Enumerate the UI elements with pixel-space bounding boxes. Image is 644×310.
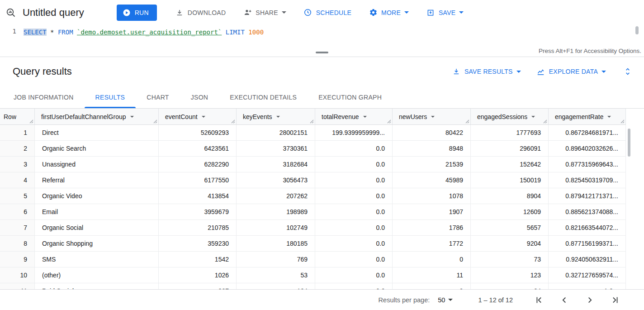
column-menu-caret-icon[interactable] (276, 116, 280, 118)
column-menu-caret-icon[interactable] (607, 116, 611, 118)
tab-chart[interactable]: CHART (136, 86, 180, 108)
table-cell: 45989 (393, 172, 471, 188)
tab-json[interactable]: JSON (180, 86, 219, 108)
table-cell: 199.9399959999... (315, 125, 393, 140)
table-cell: 52609293 (159, 125, 237, 140)
page-size-dropdown-icon (448, 299, 453, 301)
table-cell: 1026 (159, 267, 237, 283)
table-cell: 0.0 (315, 283, 393, 289)
table-cell: 296091 (471, 141, 549, 156)
tab-job-information[interactable]: JOB INFORMATION (3, 86, 85, 108)
table-row: 9SMS15427690.00730.924050632911... (0, 252, 626, 267)
column-menu-caret-icon[interactable] (531, 116, 535, 118)
table-cell: 0.877315969643... (549, 157, 626, 172)
column-header-keyEvents[interactable]: keyEvents (237, 109, 315, 124)
sql-token-keyword: FROM (58, 29, 73, 36)
first-page-icon[interactable] (534, 295, 545, 305)
row-number-cell: 2 (0, 141, 35, 156)
tab-execution-details[interactable]: EXECUTION DETAILS (219, 86, 308, 108)
column-menu-caret-icon[interactable] (431, 116, 435, 118)
table-row: 8Organic Shopping3592301801850.017729204… (0, 236, 626, 252)
column-resize-grip-icon[interactable] (231, 119, 235, 124)
table-cell: 9204 (471, 236, 549, 251)
table-row: 4Referral617755030564730.0459891500190.8… (0, 172, 626, 188)
table-cell: 207262 (237, 188, 315, 204)
column-menu-caret-icon[interactable] (130, 116, 134, 118)
table-cell: 0.821663544072... (549, 220, 626, 235)
column-header-eventCount[interactable]: eventCount (159, 109, 237, 124)
table-cell: 80422 (393, 125, 471, 140)
table-cell: 0.0 (315, 141, 393, 156)
column-label: totalRevenue (322, 113, 359, 120)
sql-code-line[interactable]: SELECT * FROM `demo.demoset.user_acquisi… (24, 25, 644, 48)
run-label: RUN (135, 9, 149, 16)
column-resize-grip-icon[interactable] (153, 119, 157, 124)
explore-data-chart-icon (536, 67, 545, 76)
column-header-totalRevenue[interactable]: totalRevenue (315, 109, 393, 124)
save-button[interactable]: SAVE (421, 5, 468, 21)
table-cell: 180185 (237, 236, 315, 251)
previous-page-icon[interactable] (559, 295, 570, 305)
table-cell: 0.327127659574... (549, 267, 626, 283)
next-page-icon[interactable] (584, 295, 595, 305)
table-cell: 73 (471, 252, 549, 267)
table-cell: 1786 (393, 220, 471, 235)
table-cell: Organic Social (35, 220, 159, 235)
column-header-engagementRate[interactable]: engagementRate (549, 109, 626, 124)
column-menu-caret-icon[interactable] (363, 116, 367, 118)
save-results-button[interactable]: SAVE RESULTS (452, 67, 521, 76)
table-cell: 8904 (471, 188, 549, 204)
table-cell: 5657 (471, 220, 549, 235)
column-resize-grip-icon[interactable] (310, 119, 314, 124)
row-number-cell: 4 (0, 172, 35, 188)
table-row: 5Organic Video4138542072620.0107889040.8… (0, 188, 626, 204)
schedule-button[interactable]: SCHEDULE (299, 5, 356, 21)
table-cell: 0.867284681971... (549, 125, 626, 140)
table-cell: SMS (35, 252, 159, 267)
column-resize-grip-icon[interactable] (387, 119, 391, 124)
table-cell: Organic Shopping (35, 236, 159, 251)
page-size-select[interactable]: 50 (438, 296, 453, 304)
table-row: 10(other)1026530.0111230.327127659574... (0, 267, 626, 283)
editor-scrollbar[interactable] (635, 26, 639, 34)
query-editor-toolbar: Untitled query RUN DOWNLOAD (0, 0, 644, 25)
column-header-Row[interactable]: Row (0, 109, 35, 124)
column-menu-caret-icon[interactable] (202, 116, 205, 118)
expand-results-icon[interactable] (621, 65, 634, 78)
results-scrollbar[interactable] (628, 129, 630, 157)
tab-execution-graph[interactable]: EXECUTION GRAPH (308, 86, 393, 108)
share-button[interactable]: SHARE (238, 5, 290, 21)
table-header-row: RowfirstUserDefaultChannelGroupeventCoun… (0, 109, 626, 125)
table-cell: 0 (393, 252, 471, 267)
last-page-icon[interactable] (610, 295, 620, 305)
table-cell: 769 (237, 252, 315, 267)
tab-results[interactable]: RESULTS (85, 86, 136, 108)
table-cell: 0.0 (315, 252, 393, 267)
panel-splitter: Press Alt+F1 for Accessibility Options. (0, 48, 644, 57)
table-cell: 28002151 (237, 125, 315, 140)
splitter-drag-handle[interactable] (316, 52, 328, 53)
column-header-firstUserDefaultChannelGroup[interactable]: firstUserDefaultChannelGroup (35, 109, 159, 124)
column-resize-grip-icon[interactable] (465, 119, 469, 124)
table-row: 7Organic Social2107851027490.0178656570.… (0, 220, 626, 236)
more-button[interactable]: MORE (364, 5, 413, 21)
table-cell: 0.0 (315, 220, 393, 235)
explore-data-button[interactable]: EXPLORE DATA (536, 67, 606, 76)
download-button[interactable]: DOWNLOAD (170, 5, 230, 21)
column-resize-grip-icon[interactable] (620, 119, 625, 124)
table-row: 2Organic Search642356137303610.089482960… (0, 141, 626, 157)
person-add-icon (243, 8, 252, 17)
table-cell: 124 (237, 283, 315, 289)
table-cell: 413854 (159, 188, 237, 204)
column-label: engagedSessions (477, 113, 527, 120)
play-circle-icon (122, 8, 131, 17)
results-tabs: JOB INFORMATIONRESULTSCHARTJSONEXECUTION… (0, 86, 644, 109)
column-header-engagedSessions[interactable]: engagedSessions (471, 109, 549, 124)
column-header-newUsers[interactable]: newUsers (393, 109, 471, 124)
run-button[interactable]: RUN (117, 5, 157, 21)
column-resize-grip-icon[interactable] (29, 119, 33, 124)
table-cell: 3730361 (237, 141, 315, 156)
table-cell: Unassigned (35, 157, 159, 172)
column-label: keyEvents (243, 113, 272, 120)
column-resize-grip-icon[interactable] (543, 119, 547, 124)
